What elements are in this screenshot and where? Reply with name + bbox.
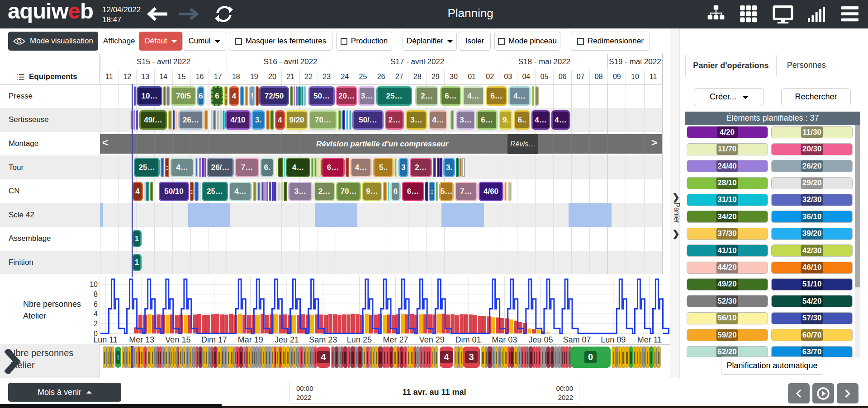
- svg-text:8: 8: [94, 291, 98, 298]
- svg-text:Ven 29: Ven 29: [419, 335, 445, 344]
- svg-text:Sam 07: Sam 07: [563, 335, 591, 344]
- svg-text:Mar 03: Mar 03: [492, 335, 517, 344]
- svg-text:Lun 25: Lun 25: [347, 335, 372, 344]
- svg-text:Mer 27: Mer 27: [383, 335, 408, 344]
- svg-text:Dim 17: Dim 17: [201, 335, 227, 344]
- svg-text:0: 0: [94, 330, 98, 338]
- svg-text:Mar 19: Mar 19: [238, 335, 263, 344]
- svg-text:2: 2: [94, 320, 98, 328]
- svg-text:Mer 13: Mer 13: [129, 335, 154, 344]
- svg-text:10: 10: [90, 281, 98, 288]
- svg-text:Mer 11: Mer 11: [637, 335, 662, 344]
- svg-text:Jeu 21: Jeu 21: [275, 335, 299, 344]
- svg-text:4: 4: [94, 310, 98, 318]
- svg-text:6: 6: [94, 300, 98, 308]
- svg-text:Sam 23: Sam 23: [309, 335, 337, 344]
- svg-text:Ven 15: Ven 15: [165, 335, 190, 344]
- svg-text:Jeu 05: Jeu 05: [528, 335, 553, 344]
- svg-text:Dim 01: Dim 01: [455, 335, 481, 344]
- svg-text:Lun 09: Lun 09: [601, 335, 626, 344]
